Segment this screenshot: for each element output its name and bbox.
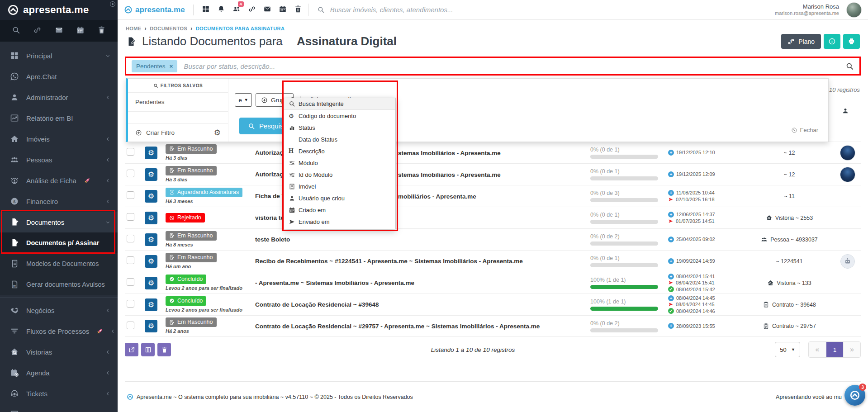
status-label: Rejeitado [177,214,201,221]
topnav-calendar-icon[interactable] [279,5,287,15]
chip-close-icon[interactable]: × [170,63,173,70]
sidebar-quick-trash-icon[interactable] [97,26,106,36]
dropdown-item-descri-o[interactable]: HDescrição [284,145,395,157]
sidebar-item-gerar-documentos-avulsos[interactable]: wGerar documentos Avulsos [0,274,118,295]
search-icon[interactable] [845,62,854,71]
module-label: ~ 1224541 [776,258,802,265]
row-checkbox[interactable] [127,322,134,329]
dropdown-item-m-dulo[interactable]: Módulo [284,157,395,169]
sidebar-item-vistorias[interactable]: Vistorias [0,341,118,362]
date-line-created: +19/12/2025 12:09 [668,171,744,177]
row-checkbox[interactable] [127,191,134,199]
export-button[interactable] [125,343,138,356]
current-page-button[interactable]: 1 [826,342,843,357]
topnav-logo[interactable]: apresenta.me [124,5,185,14]
dropdown-item-status[interactable]: Status [284,122,395,133]
creator-avatar [840,145,855,161]
info-button[interactable] [824,34,840,49]
breadcrumb-1[interactable]: DOCUMENTOS [150,26,187,31]
sidebar-item-fluxos-de-processos[interactable]: Fluxos de Processos [0,321,118,341]
sidebar-item-documentos[interactable]: Documentos [0,212,118,232]
sidebar-item-relat-rio-em-bi[interactable]: Relatório em BI [0,108,118,128]
dropdown-item-busca-inteligente[interactable]: Busca Inteligente [284,98,395,110]
next-page-button[interactable]: » [843,342,860,357]
sidebar-item-pessoas[interactable]: Pessoas [0,149,118,170]
user-avatar[interactable] [846,2,862,18]
topnav-link-icon[interactable] [248,5,256,15]
sidebar-item-neg-cios[interactable]: Negócios [0,300,118,321]
sidebar-item-modelos-de-documentos[interactable]: Modelos de Documentos [0,253,118,274]
sidebar-item-an-lise-de-ficha[interactable]: Análise de Ficha [0,170,118,191]
topnav-grid-icon[interactable] [202,5,210,15]
row-checkbox[interactable] [127,235,134,242]
row-actions-button[interactable]: ⚙ [145,298,157,311]
close-panel-button[interactable]: Fechar [791,127,818,133]
row-actions-button[interactable]: ⚙ [145,190,157,203]
sidebar-item-tickets[interactable]: Tickets [0,383,118,404]
row-checkbox[interactable] [127,278,134,286]
row-actions-button[interactable]: ⚙ [145,255,157,268]
topnav-trash-icon[interactable] [294,5,302,15]
row-actions-button[interactable]: ⚙ [145,147,157,159]
breadcrumb-2[interactable]: DOCUMENTOS PARA ASSINATURA [196,26,285,31]
print-button[interactable] [843,34,860,49]
status-badge: Em Rascunho [166,317,217,327]
status-filter-bar[interactable]: Pendentes × Buscar por status, descrição… [125,57,861,76]
sidebar-item-documentos-p-assinar[interactable]: Documentos p/ Assinar [0,232,118,253]
row-checkbox[interactable] [127,148,134,156]
sidebar-item-apre-chat[interactable]: Apre.Chat [0,66,118,87]
dropdown-item-enviado-em[interactable]: Enviado em [284,216,395,227]
row-actions-button[interactable]: ⚙ [145,168,157,181]
sidebar-item-administrador[interactable]: Administrador [0,87,118,108]
global-search[interactable]: Buscar imóveis, clientes, atendimentos..… [308,4,453,16]
page-size-select[interactable]: 50▼ [775,342,800,357]
row-actions-button[interactable]: ⚙ [145,277,157,289]
robot-avatar [840,254,855,269]
description-text-right: mobiliários - Apresenta.me [398,193,476,199]
dropdown-item-criado-em[interactable]: Criado em [284,204,395,216]
sidebar-item-principal[interactable]: Principal [0,45,118,66]
status-age: Há 3 dias [166,155,255,161]
trash-icon [161,346,168,353]
sidebar-quick-calendar-icon[interactable] [76,26,85,36]
sidebar-item-site[interactable]: wwwSite [0,404,118,412]
row-actions-button[interactable]: ⚙ [145,212,157,224]
sidebar-quick-search-icon[interactable] [12,26,20,36]
row-checkbox[interactable] [127,213,134,221]
row-checkbox[interactable] [127,300,134,308]
row-checkbox[interactable] [127,256,134,264]
sidebar-quick-link-icon[interactable] [33,26,42,36]
topnav-bell-icon[interactable] [217,5,225,15]
create-filter-button[interactable]: Criar Filtro ⚙ [128,123,228,142]
chat-widget-button[interactable]: 3 [844,385,865,406]
sidebar-item-im-veis[interactable]: Imóveis [0,128,118,149]
dropdown-item-c-digo-do-documento[interactable]: ⚙Código do documento [284,110,395,122]
collapse-sidebar-icon[interactable] [110,1,115,7]
dropdown-item-label: Id do Módulo [299,171,332,178]
saved-filter-pendentes[interactable]: Pendentes [128,93,228,112]
sidebar-item-financeiro[interactable]: $Financeiro [0,191,118,212]
row-checkbox[interactable] [127,170,134,177]
prev-page-button[interactable]: « [809,342,826,357]
dropdown-item-id-do-m-dulo[interactable]: Id do Módulo [284,169,395,180]
filter-settings-gear-icon[interactable]: ⚙ [214,129,221,137]
breadcrumb-0[interactable]: HOME [126,26,142,31]
topnav-users-icon[interactable]: 4 [232,5,241,15]
plano-button[interactable]: $ Plano [781,34,821,49]
contract-icon [763,301,769,308]
status-cell: ConcluídoLevou 2 anos para ser finalizad… [166,296,255,313]
row-actions-button[interactable]: ⚙ [145,320,157,332]
operator-select[interactable]: e▼ [235,93,252,107]
dropdown-item-usu-rio-que-criou[interactable]: Usuário que criou [284,192,395,204]
progress-bar [590,263,658,267]
columns-button[interactable] [141,343,155,356]
sidebar-item-agenda[interactable]: Agenda [0,362,118,383]
filter-chip-pendentes[interactable]: Pendentes × [132,60,177,72]
dropdown-item-data-do-status[interactable]: Data do Status [284,133,395,145]
delete-button[interactable] [157,343,171,356]
row-actions-button[interactable]: ⚙ [145,233,157,246]
date-line-created: +25/04/2025 09:02 [668,236,744,242]
dropdown-item-im-vel[interactable]: Imóvel [284,180,395,192]
topnav-mail-icon[interactable] [263,5,271,15]
sidebar-quick-mail-icon[interactable] [55,26,63,36]
